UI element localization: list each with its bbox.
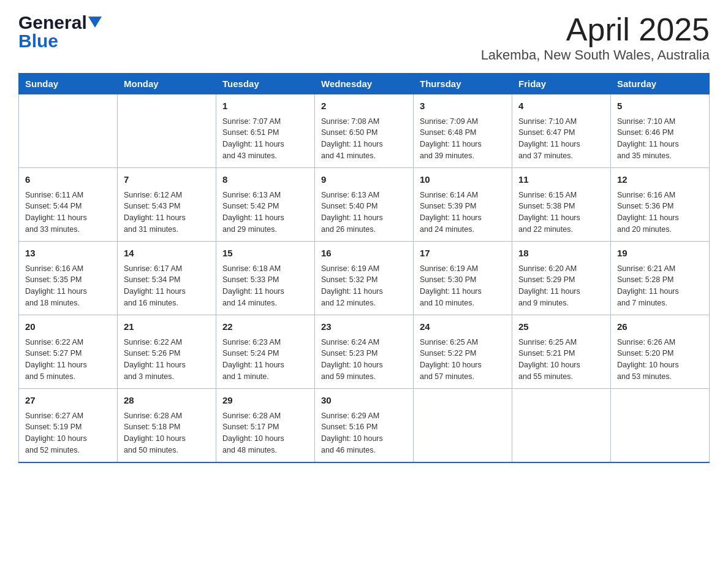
- day-number: 12: [617, 173, 703, 187]
- day-number: 16: [321, 247, 407, 261]
- day-info: Sunrise: 6:29 AM Sunset: 5:16 PM Dayligh…: [321, 410, 407, 456]
- calendar-weekday-header: Thursday: [414, 74, 512, 94]
- logo-blue-text: Blue: [18, 31, 58, 52]
- day-number: 6: [25, 173, 111, 187]
- calendar-day-cell: 17Sunrise: 6:19 AM Sunset: 5:30 PM Dayli…: [414, 242, 512, 315]
- calendar-day-cell: 22Sunrise: 6:23 AM Sunset: 5:24 PM Dayli…: [216, 315, 315, 389]
- calendar-weekday-header: Tuesday: [216, 74, 315, 94]
- day-number: 7: [124, 173, 210, 187]
- day-info: Sunrise: 6:20 AM Sunset: 5:29 PM Dayligh…: [518, 263, 604, 309]
- day-number: 15: [222, 247, 308, 261]
- day-number: 18: [518, 247, 604, 261]
- day-number: 13: [25, 247, 111, 261]
- day-info: Sunrise: 6:13 AM Sunset: 5:40 PM Dayligh…: [321, 190, 407, 236]
- calendar-day-cell: 26Sunrise: 6:26 AM Sunset: 5:20 PM Dayli…: [611, 315, 710, 389]
- day-info: Sunrise: 6:13 AM Sunset: 5:42 PM Dayligh…: [222, 190, 308, 236]
- day-number: 25: [518, 320, 604, 334]
- day-info: Sunrise: 6:28 AM Sunset: 5:18 PM Dayligh…: [124, 410, 210, 456]
- calendar-weekday-header: Sunday: [19, 74, 118, 94]
- calendar-day-cell: 24Sunrise: 6:25 AM Sunset: 5:22 PM Dayli…: [414, 315, 512, 389]
- day-info: Sunrise: 6:14 AM Sunset: 5:39 PM Dayligh…: [420, 190, 506, 236]
- day-info: Sunrise: 6:26 AM Sunset: 5:20 PM Dayligh…: [617, 337, 703, 383]
- calendar-week-row: 20Sunrise: 6:22 AM Sunset: 5:27 PM Dayli…: [19, 315, 710, 389]
- day-info: Sunrise: 6:19 AM Sunset: 5:32 PM Dayligh…: [321, 263, 407, 309]
- day-info: Sunrise: 6:17 AM Sunset: 5:34 PM Dayligh…: [124, 263, 210, 309]
- calendar-day-cell: [414, 389, 512, 462]
- day-number: 29: [222, 394, 308, 408]
- calendar-day-cell: [611, 389, 710, 462]
- day-info: Sunrise: 6:16 AM Sunset: 5:36 PM Dayligh…: [617, 190, 703, 236]
- day-number: 8: [222, 173, 308, 187]
- page-header: General Blue April 2025 Lakemba, New Sou…: [18, 12, 710, 63]
- day-number: 4: [518, 99, 604, 113]
- day-info: Sunrise: 6:22 AM Sunset: 5:27 PM Dayligh…: [25, 337, 111, 383]
- calendar-day-cell: 27Sunrise: 6:27 AM Sunset: 5:19 PM Dayli…: [19, 389, 118, 462]
- day-number: 11: [518, 173, 604, 187]
- calendar-week-row: 6Sunrise: 6:11 AM Sunset: 5:44 PM Daylig…: [19, 168, 710, 242]
- calendar-header-row: SundayMondayTuesdayWednesdayThursdayFrid…: [19, 74, 710, 94]
- day-number: 19: [617, 247, 703, 261]
- calendar-weekday-header: Monday: [118, 74, 216, 94]
- day-number: 21: [124, 320, 210, 334]
- calendar-week-row: 1Sunrise: 7:07 AM Sunset: 6:51 PM Daylig…: [19, 94, 710, 168]
- calendar-day-cell: 30Sunrise: 6:29 AM Sunset: 5:16 PM Dayli…: [315, 389, 414, 462]
- day-info: Sunrise: 6:21 AM Sunset: 5:28 PM Dayligh…: [617, 263, 703, 309]
- day-number: 20: [25, 320, 111, 334]
- calendar-day-cell: 25Sunrise: 6:25 AM Sunset: 5:21 PM Dayli…: [512, 315, 611, 389]
- day-number: 10: [420, 173, 506, 187]
- logo-general-text: General: [18, 12, 87, 33]
- day-number: 3: [420, 99, 506, 113]
- day-number: 23: [321, 320, 407, 334]
- calendar-day-cell: 28Sunrise: 6:28 AM Sunset: 5:18 PM Dayli…: [118, 389, 216, 462]
- calendar-day-cell: 3Sunrise: 7:09 AM Sunset: 6:48 PM Daylig…: [414, 94, 512, 168]
- calendar-day-cell: 12Sunrise: 6:16 AM Sunset: 5:36 PM Dayli…: [611, 168, 710, 242]
- calendar-day-cell: 5Sunrise: 7:10 AM Sunset: 6:46 PM Daylig…: [611, 94, 710, 168]
- page-subtitle: Lakemba, New South Wales, Australia: [481, 47, 710, 63]
- day-info: Sunrise: 6:18 AM Sunset: 5:33 PM Dayligh…: [222, 263, 308, 309]
- calendar-day-cell: 2Sunrise: 7:08 AM Sunset: 6:50 PM Daylig…: [315, 94, 414, 168]
- calendar-day-cell: 18Sunrise: 6:20 AM Sunset: 5:29 PM Dayli…: [512, 242, 611, 315]
- calendar-day-cell: 9Sunrise: 6:13 AM Sunset: 5:40 PM Daylig…: [315, 168, 414, 242]
- calendar-day-cell: 13Sunrise: 6:16 AM Sunset: 5:35 PM Dayli…: [19, 242, 118, 315]
- day-info: Sunrise: 6:28 AM Sunset: 5:17 PM Dayligh…: [222, 410, 308, 456]
- day-number: 22: [222, 320, 308, 334]
- calendar-day-cell: 11Sunrise: 6:15 AM Sunset: 5:38 PM Dayli…: [512, 168, 611, 242]
- day-info: Sunrise: 6:25 AM Sunset: 5:21 PM Dayligh…: [518, 337, 604, 383]
- calendar-day-cell: 23Sunrise: 6:24 AM Sunset: 5:23 PM Dayli…: [315, 315, 414, 389]
- day-info: Sunrise: 6:24 AM Sunset: 5:23 PM Dayligh…: [321, 337, 407, 383]
- day-number: 2: [321, 99, 407, 113]
- day-info: Sunrise: 6:12 AM Sunset: 5:43 PM Dayligh…: [124, 190, 210, 236]
- day-number: 17: [420, 247, 506, 261]
- day-info: Sunrise: 7:08 AM Sunset: 6:50 PM Dayligh…: [321, 116, 407, 162]
- day-info: Sunrise: 7:10 AM Sunset: 6:47 PM Dayligh…: [518, 116, 604, 162]
- day-number: 9: [321, 173, 407, 187]
- calendar-day-cell: 4Sunrise: 7:10 AM Sunset: 6:47 PM Daylig…: [512, 94, 611, 168]
- day-info: Sunrise: 7:07 AM Sunset: 6:51 PM Dayligh…: [222, 116, 308, 162]
- day-info: Sunrise: 6:23 AM Sunset: 5:24 PM Dayligh…: [222, 337, 308, 383]
- calendar-table: SundayMondayTuesdayWednesdayThursdayFrid…: [18, 73, 710, 463]
- calendar-day-cell: 10Sunrise: 6:14 AM Sunset: 5:39 PM Dayli…: [414, 168, 512, 242]
- calendar-day-cell: [118, 94, 216, 168]
- calendar-day-cell: 1Sunrise: 7:07 AM Sunset: 6:51 PM Daylig…: [216, 94, 315, 168]
- calendar-weekday-header: Saturday: [611, 74, 710, 94]
- day-number: 1: [222, 99, 308, 113]
- day-info: Sunrise: 6:25 AM Sunset: 5:22 PM Dayligh…: [420, 337, 506, 383]
- calendar-week-row: 13Sunrise: 6:16 AM Sunset: 5:35 PM Dayli…: [19, 242, 710, 315]
- calendar-day-cell: 8Sunrise: 6:13 AM Sunset: 5:42 PM Daylig…: [216, 168, 315, 242]
- day-number: 24: [420, 320, 506, 334]
- day-info: Sunrise: 6:19 AM Sunset: 5:30 PM Dayligh…: [420, 263, 506, 309]
- day-info: Sunrise: 7:10 AM Sunset: 6:46 PM Dayligh…: [617, 116, 703, 162]
- calendar-weekday-header: Friday: [512, 74, 611, 94]
- title-block: April 2025 Lakemba, New South Wales, Aus…: [481, 12, 710, 63]
- day-number: 5: [617, 99, 703, 113]
- day-info: Sunrise: 6:15 AM Sunset: 5:38 PM Dayligh…: [518, 190, 604, 236]
- day-number: 27: [25, 394, 111, 408]
- day-number: 30: [321, 394, 407, 408]
- logo-arrow-icon: [88, 17, 102, 30]
- calendar-week-row: 27Sunrise: 6:27 AM Sunset: 5:19 PM Dayli…: [19, 389, 710, 462]
- calendar-day-cell: 21Sunrise: 6:22 AM Sunset: 5:26 PM Dayli…: [118, 315, 216, 389]
- calendar-day-cell: 16Sunrise: 6:19 AM Sunset: 5:32 PM Dayli…: [315, 242, 414, 315]
- day-info: Sunrise: 7:09 AM Sunset: 6:48 PM Dayligh…: [420, 116, 506, 162]
- svg-marker-0: [88, 17, 102, 28]
- day-info: Sunrise: 6:11 AM Sunset: 5:44 PM Dayligh…: [25, 190, 111, 236]
